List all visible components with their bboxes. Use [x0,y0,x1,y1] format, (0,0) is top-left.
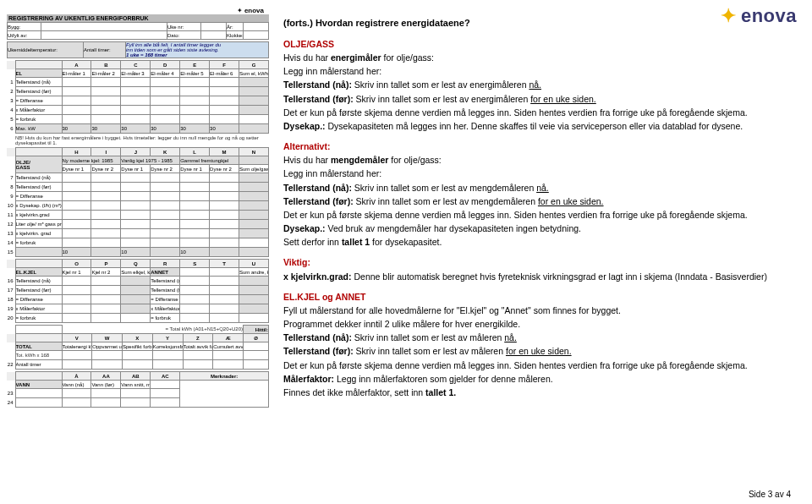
section-viktig: Viktig: x kjelvirkn.grad: Denne blir aut… [283,256,782,282]
section-alternativt: Alternativt: Hvis du har mengdemåler for… [283,140,782,248]
instruction-text: (forts.) Hvordan registrere energidataen… [283,17,782,407]
section-elkjel: EL.KJEL og ANNET Fyll ut målerstand for … [283,291,782,398]
elkjel-heading: EL.KJEL og ANNET [283,291,782,303]
page-title: (forts.) Hvordan registrere energidataen… [283,17,782,30]
section-olje: OLJE/GASS Hvis du har energimåler for ol… [283,38,782,132]
alt-heading: Alternativt: [283,140,782,152]
viktig-heading: Viktig: [283,256,782,268]
form-preview: ✦ enova REGISTRERING AV UKENTLIG ENERGIF… [7,7,269,480]
olje-heading: OLJE/GASS [283,38,782,50]
page-footer: Side 3 av 4 [749,490,791,499]
